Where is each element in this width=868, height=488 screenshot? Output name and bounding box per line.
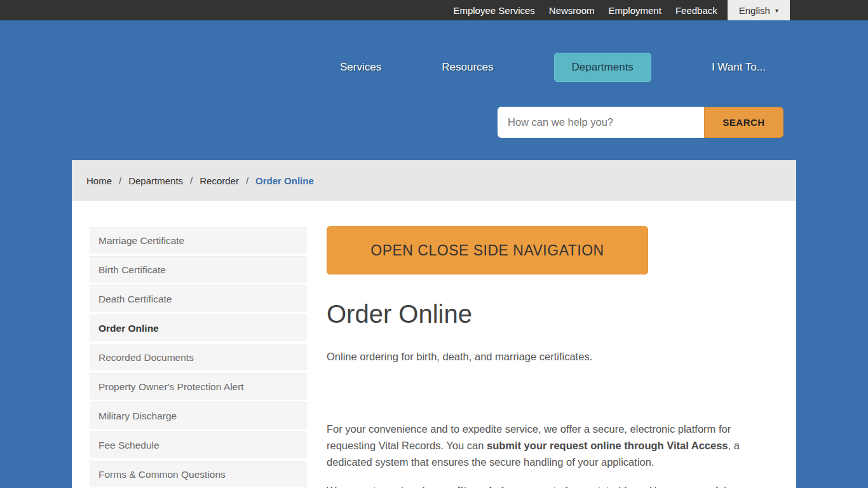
nav-item-departments[interactable]: Departments <box>554 53 651 82</box>
topbar-link-employment[interactable]: Employment <box>602 0 668 20</box>
breadcrumb-recorder[interactable]: Recorder <box>200 175 239 186</box>
page-title: Order Online <box>327 299 751 329</box>
top-utility-bar: Employee Services Newsroom Employment Fe… <box>0 0 868 20</box>
nav-item-i-want-to[interactable]: I Want To... <box>712 61 766 74</box>
body-paragraph: For your convenience and to expedite ser… <box>327 421 751 470</box>
nav-item-services[interactable]: Services <box>340 61 381 74</box>
breadcrumb-home[interactable]: Home <box>86 175 112 186</box>
main-navigation: Services Resources Departments I Want To… <box>340 53 766 81</box>
breadcrumb-departments[interactable]: Departments <box>128 175 183 186</box>
breadcrumb-current-order-online: Order Online <box>255 175 314 186</box>
intro-text: Online ordering for birth, death, and ma… <box>327 350 751 363</box>
content-area: Home / Departments / Recorder / Order On… <box>72 160 796 488</box>
sidebar-item-military-discharge[interactable]: Military Discharge <box>90 402 307 429</box>
breadcrumb-separator: / <box>119 175 121 186</box>
site-header: Services Resources Departments I Want To… <box>0 20 868 160</box>
sidebar-item-property-owners-protection-alert[interactable]: Property Owner's Protection Alert <box>90 373 307 400</box>
sidebar-item-forms-common-questions[interactable]: Forms & Common Questions <box>90 461 307 487</box>
sidebar-item-order-online[interactable]: Order Online <box>90 315 307 341</box>
sidebar-item-birth-certificate[interactable]: Birth Certificate <box>90 256 307 283</box>
search-input[interactable] <box>498 107 704 138</box>
topbar-link-newsroom[interactable]: Newsroom <box>542 0 602 20</box>
topbar-link-feedback[interactable]: Feedback <box>668 0 724 20</box>
body-paragraph: We accept most major credit cards for pa… <box>327 482 751 488</box>
site-search: SEARCH <box>498 107 783 138</box>
sidebar-item-recorded-documents[interactable]: Recorded Documents <box>90 344 307 370</box>
nav-item-resources[interactable]: Resources <box>442 61 493 74</box>
side-navigation: Marriage Certificate Birth Certificate D… <box>90 227 307 488</box>
topbar-link-employee-services[interactable]: Employee Services <box>446 0 541 20</box>
main-content: OPEN CLOSE SIDE NAVIGATION Order Online … <box>327 226 751 488</box>
breadcrumb-separator: / <box>190 175 193 186</box>
breadcrumb: Home / Departments / Recorder / Order On… <box>72 160 796 201</box>
search-button[interactable]: SEARCH <box>704 107 783 138</box>
sidebar-item-fee-schedule[interactable]: Fee Schedule <box>90 431 307 458</box>
sidebar-item-marriage-certificate[interactable]: Marriage Certificate <box>90 227 307 254</box>
breadcrumb-separator: / <box>246 175 248 186</box>
sidebar-item-death-certificate[interactable]: Death Certificate <box>90 285 307 312</box>
open-close-side-navigation-button[interactable]: OPEN CLOSE SIDE NAVIGATION <box>327 226 648 274</box>
language-selector[interactable]: English ▾ <box>728 0 790 20</box>
language-label: English <box>739 5 770 16</box>
chevron-down-icon: ▾ <box>775 7 778 14</box>
